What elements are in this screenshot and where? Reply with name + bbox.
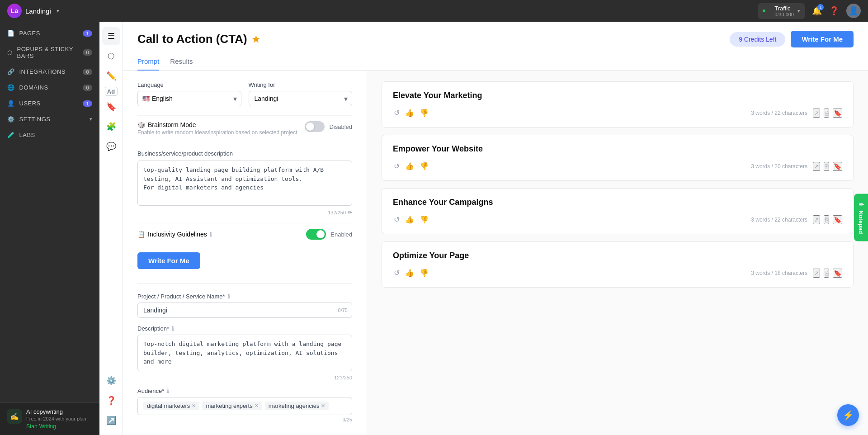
notepad-label: Notepad — [858, 211, 864, 234]
sidebar-label-popups: POPUPS & STICKY BARS — [17, 46, 83, 59]
header-actions: 9 Credits Left Write For Me — [730, 31, 854, 47]
sidebar-item-domains[interactable]: 🌐 DOMAINS 0 — [0, 80, 99, 95]
share-btn-3[interactable]: ↗ — [813, 269, 820, 278]
thumbs-down-btn-0[interactable]: 👎 — [419, 108, 429, 118]
regenerate-btn-3[interactable]: ↺ — [393, 268, 401, 278]
project-group: Project / Product / Service Name* ℹ 8/75 — [137, 293, 352, 318]
write-for-me-header-button[interactable]: Write For Me — [791, 31, 854, 47]
icon-btn-settings[interactable]: ⚙️ — [102, 372, 120, 390]
regenerate-btn-1[interactable]: ↺ — [393, 161, 401, 171]
project-count: 8/75 — [338, 307, 348, 313]
fab-button[interactable]: ⚡ — [837, 404, 859, 426]
sidebar-item-users[interactable]: 👤 USERS 1 — [0, 95, 99, 111]
save-btn-2[interactable]: 🔖 — [833, 215, 842, 224]
credits-button[interactable]: 9 Credits Left — [730, 32, 785, 47]
brainstorm-toggle[interactable] — [305, 121, 325, 132]
notepad-tab[interactable]: ✏ Notepad — [854, 194, 868, 241]
copy-btn-3[interactable]: ⎘ — [824, 269, 829, 278]
tag-marketing-experts: marketing experts ✕ — [202, 402, 262, 410]
tabs: Prompt Results — [123, 53, 868, 71]
divider — [137, 284, 352, 284]
writing-for-select[interactable]: Landingi — [249, 91, 353, 106]
project-input[interactable] — [137, 303, 352, 318]
ai-copy-start-link[interactable]: Start Writing — [26, 423, 86, 430]
audience-count: 3/25 — [343, 417, 352, 422]
result-card-2: Enhance Your Campaigns ↺ 👍 👎 3 words / 2… — [382, 188, 854, 234]
thumbs-up-btn-3[interactable]: 👍 — [404, 268, 415, 278]
thumbs-up-btn-1[interactable]: 👍 — [404, 161, 415, 171]
share-btn-1[interactable]: ↗ — [813, 162, 820, 171]
project-info-icon[interactable]: ℹ — [228, 293, 230, 300]
main-content: Call to Action (CTA) ★ 9 Credits Left Wr… — [123, 22, 868, 435]
thumbs-down-btn-2[interactable]: 👎 — [419, 214, 429, 225]
description-textarea[interactable] — [137, 161, 352, 206]
icon-btn-ad[interactable]: Ad — [105, 87, 118, 96]
sidebar-item-popups[interactable]: ⬡ POPUPS & STICKY BARS 0 — [0, 41, 99, 64]
share-btn-0[interactable]: ↗ — [813, 109, 820, 118]
desc2-textarea[interactable]: Top-notch digital marketing platform wit… — [137, 335, 352, 371]
inclusivity-status: Enabled — [330, 231, 352, 238]
audience-tags-input[interactable]: digital marketers ✕ marketing experts ✕ … — [137, 397, 352, 415]
sidebar-item-settings[interactable]: ⚙️ SETTINGS ▾ — [0, 111, 99, 127]
inclusivity-label: Inclusivity Guidelines — [148, 231, 207, 238]
app-chevron-icon[interactable]: ▾ — [57, 8, 59, 14]
result-text-0: Elevate Your Marketing — [393, 91, 842, 100]
notifications-button[interactable]: 🔔 1 — [812, 6, 822, 16]
sidebar-label-labs: LABS — [19, 132, 35, 138]
icon-btn-bookmark[interactable]: 🔖 — [102, 98, 120, 116]
share-btn-2[interactable]: ↗ — [813, 215, 820, 224]
language-label: Language — [137, 81, 241, 88]
save-btn-1[interactable]: 🔖 — [833, 162, 842, 171]
copy-btn-0[interactable]: ⎘ — [824, 109, 829, 118]
thumbs-up-btn-0[interactable]: 👍 — [404, 108, 415, 118]
thumbs-down-btn-3[interactable]: 👎 — [419, 268, 429, 278]
help-button[interactable]: ❓ — [829, 6, 839, 16]
thumbs-down-btn-1[interactable]: 👎 — [419, 161, 429, 171]
inclusivity-info-icon[interactable]: ℹ — [210, 231, 212, 238]
sidebar-item-pages[interactable]: 📄 PAGES 1 — [0, 25, 99, 41]
tag-remove-digital-marketers[interactable]: ✕ — [192, 403, 196, 409]
icon-btn-help[interactable]: ❓ — [102, 392, 120, 410]
thumbs-up-btn-2[interactable]: 👍 — [404, 214, 415, 225]
description-label: Business/service/product description — [137, 150, 352, 157]
tag-remove-marketing-experts[interactable]: ✕ — [255, 403, 259, 409]
sidebar-item-integrations[interactable]: 🔗 INTEGRATIONS 0 — [0, 64, 99, 80]
icon-btn-menu[interactable]: ☰ — [102, 27, 120, 45]
sidebar-label-users: USERS — [19, 100, 41, 107]
copy-btn-1[interactable]: ⎘ — [824, 162, 829, 171]
language-select[interactable]: 🇺🇸 English — [137, 91, 241, 106]
settings-chevron-icon: ▾ — [90, 116, 93, 122]
tab-results[interactable]: Results — [170, 53, 193, 71]
desc2-info-icon[interactable]: ℹ — [172, 325, 174, 332]
traffic-icon — [763, 9, 771, 13]
inclusivity-toggle[interactable] — [306, 229, 326, 240]
star-icon[interactable]: ★ — [252, 34, 260, 45]
save-btn-0[interactable]: 🔖 — [833, 109, 842, 118]
icon-btn-export[interactable]: ↗️ — [102, 411, 120, 430]
regenerate-btn-0[interactable]: ↺ — [393, 108, 401, 118]
writing-for-label: Writing for — [249, 81, 353, 88]
icon-btn-layers[interactable]: ⬡ — [102, 47, 120, 65]
copy-btn-2[interactable]: ⎘ — [824, 215, 829, 224]
sidebar-item-labs[interactable]: 🧪 LABS — [0, 127, 99, 143]
tab-prompt[interactable]: Prompt — [137, 53, 159, 71]
page-title: Call to Action (CTA) ★ — [137, 32, 260, 46]
icon-btn-chat[interactable]: 💬 — [102, 137, 120, 156]
save-btn-3[interactable]: 🔖 — [833, 269, 842, 278]
popups-icon: ⬡ — [7, 49, 13, 56]
app-body: 📄 PAGES 1 ⬡ POPUPS & STICKY BARS 0 🔗 INT… — [0, 22, 868, 435]
labs-icon: 🧪 — [7, 132, 15, 138]
sidebar-nav: 📄 PAGES 1 ⬡ POPUPS & STICKY BARS 0 🔗 INT… — [0, 22, 99, 402]
traffic-chevron-icon: ▾ — [797, 8, 800, 14]
regenerate-btn-2[interactable]: ↺ — [393, 214, 401, 225]
fab-icon: ⚡ — [843, 410, 854, 421]
result-meta-0: 3 words / 22 characters — [751, 110, 807, 116]
write-for-me-button[interactable]: Write For Me — [137, 252, 200, 269]
traffic-widget[interactable]: Traffic 0/30,000 ▾ — [758, 3, 805, 19]
icon-btn-puzzle[interactable]: 🧩 — [102, 118, 120, 136]
tag-remove-marketing-agencies[interactable]: ✕ — [321, 403, 325, 409]
user-avatar[interactable]: 👤 — [846, 4, 861, 18]
app-logo[interactable]: La — [7, 4, 22, 18]
icon-btn-edit[interactable]: ✏️ — [102, 67, 120, 85]
audience-info-icon[interactable]: ℹ — [167, 388, 169, 394]
